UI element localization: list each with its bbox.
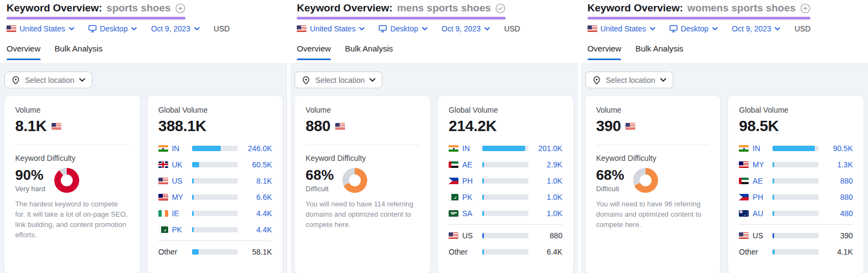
chevron-down-icon: [775, 27, 780, 30]
country-code-label: AE: [752, 177, 769, 185]
country-code-label: US: [462, 231, 478, 240]
volume-bar-fill: [192, 146, 221, 151]
country-filter[interactable]: United States: [588, 24, 655, 33]
date-filter[interactable]: Oct 9, 2023: [732, 24, 780, 33]
global-volume-label: Global Volume: [449, 106, 563, 114]
kd-donut-chart: [54, 168, 79, 193]
kd-description: You will need to have 96 referring domai…: [596, 199, 710, 230]
panel-mens-sports-shoes: Keyword Overview: mens sports shoes Unit…: [287, 0, 577, 273]
chevron-down-icon: [712, 27, 718, 30]
select-location-button[interactable]: Select location: [295, 72, 382, 88]
global-volume-value: 98.5K: [739, 118, 853, 135]
country-volume-row: UK60.5K: [158, 157, 272, 173]
device-filter-label: Desktop: [390, 24, 418, 33]
volume-bar-track: [192, 178, 238, 184]
country-filter[interactable]: United States: [297, 24, 365, 33]
volume-bar-fill: [773, 249, 775, 255]
tab-overview[interactable]: Overview: [297, 44, 331, 60]
volume-bar-fill: [773, 233, 774, 238]
country-code-label: IN: [172, 144, 188, 153]
in-flag-icon: [449, 145, 458, 152]
select-location-button[interactable]: Select location: [4, 72, 92, 88]
add-keyword-icon[interactable]: [800, 3, 810, 14]
page-title: Keyword Overview:: [297, 2, 392, 14]
panel-womens-sports-shoes: Keyword Overview: womens sports shoes Un…: [578, 0, 868, 273]
country-volume-row: MY6.6K: [158, 189, 272, 205]
keyword-accent-underline: [297, 17, 506, 20]
kd-percent: 68%: [596, 167, 624, 184]
tab-bulk-analysis[interactable]: Bulk Analysis: [345, 44, 393, 60]
device-filter[interactable]: Desktop: [379, 24, 427, 33]
global-volume-card: Global Volume 388.1K IN246.0KUK60.5KUS8.…: [148, 96, 283, 273]
chevron-down-icon: [69, 27, 74, 30]
us-flag-icon: [297, 25, 307, 32]
volume-bar-fill: [482, 194, 484, 200]
volume-label: Volume: [305, 106, 419, 114]
country-volume-list-bottom: US880Other6.4K: [449, 227, 563, 260]
select-location-button[interactable]: Select location: [585, 72, 673, 88]
add-keyword-icon[interactable]: [175, 3, 186, 14]
chevron-down-icon: [484, 27, 490, 30]
country-volume-row: US390: [739, 227, 853, 244]
device-filter[interactable]: Desktop: [88, 24, 137, 33]
country-volume-value: 246.0K: [241, 144, 272, 153]
volume-bar-track: [482, 178, 528, 184]
keyword-accent-underline: [7, 17, 186, 20]
country-volume-value: 880: [532, 231, 563, 240]
panel-body: Select location Volume 880 Keyword Diffi…: [290, 64, 577, 273]
country-volume-value: 880: [822, 193, 853, 202]
uk-flag-icon: [158, 161, 168, 168]
sa-flag-icon: [449, 210, 458, 217]
keyword-overview-comparison: Keyword Overview: sports shoes United St…: [0, 0, 868, 273]
volume-bar-track: [192, 146, 238, 151]
keyword-text: sports shoes: [106, 2, 170, 14]
date-filter[interactable]: Oct 9, 2023: [442, 24, 490, 33]
volume-bar-fill: [192, 178, 194, 184]
country-volume-value: 60.5K: [241, 160, 272, 169]
device-filter[interactable]: Desktop: [669, 24, 718, 33]
country-volume-value: 1.0K: [532, 209, 563, 218]
keyword-added-check-icon[interactable]: [495, 3, 506, 14]
country-code-label: Other: [158, 248, 188, 256]
us-flag-icon: [7, 25, 16, 32]
panel-body: Select location Volume 8.1K Keyword Diff…: [0, 64, 287, 273]
ph-flag-icon: [449, 178, 458, 184]
filters-row: United States Desktop Oct 9, 2023 USD: [588, 24, 861, 33]
tab-overview[interactable]: Overview: [7, 44, 41, 60]
volume-bar-track: [192, 227, 238, 232]
keyword-difficulty-label: Keyword Difficulty: [15, 154, 129, 162]
country-volume-row: PK4.4K: [158, 222, 272, 238]
tab-bulk-analysis[interactable]: Bulk Analysis: [55, 44, 103, 60]
tab-bulk-analysis[interactable]: Bulk Analysis: [635, 44, 683, 60]
global-volume-value: 214.2K: [449, 118, 563, 135]
volume-label: Volume: [596, 106, 710, 114]
keyword-difficulty-label: Keyword Difficulty: [596, 154, 710, 162]
country-volume-value: 480: [822, 209, 853, 218]
divider: [739, 224, 853, 225]
country-volume-list: IN201.0KAE2.9KPH1.0KPK1.0KSA1.0K: [449, 140, 563, 222]
volume-bar-fill: [482, 249, 484, 255]
country-volume-row: US880: [449, 227, 563, 244]
tabs: Overview Bulk Analysis: [297, 44, 571, 60]
currency-label: USD: [504, 24, 520, 33]
country-filter[interactable]: United States: [7, 24, 74, 33]
date-filter[interactable]: Oct 9, 2023: [151, 24, 199, 33]
country-code-label: MY: [752, 160, 769, 169]
country-filter-label: United States: [20, 24, 65, 33]
panel-sports-shoes: Keyword Overview: sports shoes United St…: [0, 0, 287, 273]
country-code-label: AE: [462, 160, 478, 169]
volume-bar-track: [773, 194, 819, 200]
country-volume-list-bottom: Other58.1K: [158, 244, 272, 260]
divider: [596, 145, 710, 145]
date-filter-label: Oct 9, 2023: [151, 24, 190, 33]
tab-overview[interactable]: Overview: [588, 44, 622, 60]
country-code-label: IN: [462, 144, 478, 153]
my-flag-icon: [158, 194, 168, 200]
country-volume-row: AE880: [739, 173, 853, 189]
date-filter-label: Oct 9, 2023: [732, 24, 771, 33]
pk-flag-icon: [449, 194, 458, 200]
volume-bar-fill: [192, 227, 194, 232]
us-flag-icon: [739, 232, 749, 239]
country-volume-row: IN246.0K: [158, 140, 272, 157]
currency-label: USD: [214, 24, 230, 33]
